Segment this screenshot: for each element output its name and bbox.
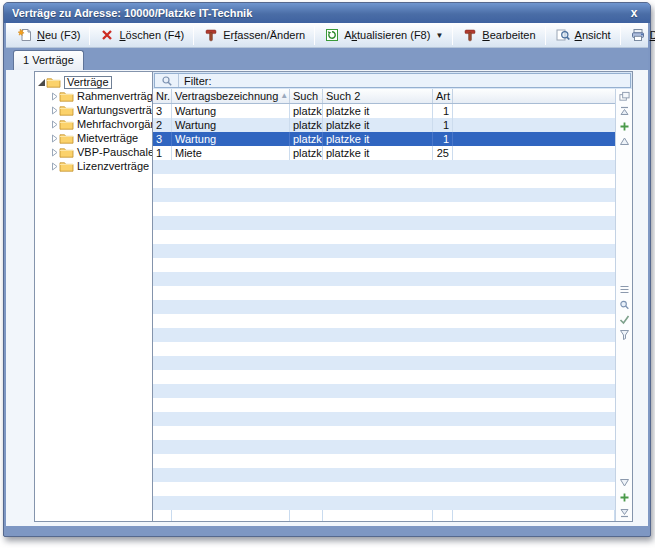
table-row-empty[interactable] (153, 384, 615, 398)
cell-art (433, 230, 453, 244)
cell-such1: platzke it (290, 104, 323, 118)
table-row-empty[interactable] (153, 496, 615, 510)
toolbar-button-ansicht[interactable]: Ansicht (549, 24, 617, 46)
up-icon[interactable] (619, 136, 630, 147)
table-row-empty[interactable] (153, 510, 615, 521)
down-icon[interactable] (619, 477, 630, 488)
go-bottom-icon[interactable] (619, 507, 630, 518)
table-row-empty[interactable] (153, 398, 615, 412)
tree-collapsed-icon[interactable] (49, 148, 59, 157)
cell-art: 1 (433, 118, 453, 132)
tree-item-lizenzvertraege[interactable]: Lizenzverträge (36, 159, 151, 173)
chevron-down-icon[interactable]: ▼ (435, 31, 443, 40)
tree-item-vertraege[interactable]: Verträge (36, 75, 151, 89)
grid-rows: 3Wartungplatzke itplatzke it12Wartungpla… (153, 104, 615, 521)
table-row-empty[interactable] (153, 202, 615, 216)
tree-item-rahmenvertraege-kontrakte[interactable]: Rahmenverträge/Kontrakte (36, 89, 151, 103)
table-row-empty[interactable] (153, 258, 615, 272)
table-row-empty[interactable] (153, 188, 615, 202)
table-row-empty[interactable] (153, 286, 615, 300)
tree-item-vbp-pauschalen[interactable]: VBP-Pauschalen (36, 145, 151, 159)
check-icon[interactable] (619, 314, 630, 325)
toolbar-button-loeschen-f4[interactable]: Löschen (F4) (93, 24, 190, 46)
filter-icon[interactable] (619, 329, 630, 340)
table-row-empty[interactable] (153, 468, 615, 482)
table-row-empty[interactable] (153, 370, 615, 384)
table-row-empty[interactable] (153, 230, 615, 244)
cell-such1 (290, 202, 323, 216)
cell-such2 (323, 510, 433, 521)
table-row[interactable]: 2Wartungplatzke itplatzke it1 (153, 118, 615, 132)
toolbar-button-neu-f3[interactable]: Neu (F3) (11, 24, 86, 46)
table-row-empty[interactable] (153, 160, 615, 174)
column-header-nr[interactable]: Nr. (153, 89, 172, 103)
cell-vertragsbezeichnung (172, 160, 290, 174)
tree-collapsed-icon[interactable] (49, 92, 59, 101)
folder-icon (59, 160, 74, 172)
tree-item-wartungsvertraege[interactable]: Wartungsverträge (36, 103, 151, 117)
table-row-empty[interactable] (153, 482, 615, 496)
toolbar-button-aktualisieren-f8[interactable]: Aktualisieren (F8)▼ (318, 24, 449, 46)
toolbar-button-label: Erfassen/Ändern (223, 29, 305, 41)
tree-collapsed-icon[interactable] (49, 106, 59, 115)
cell-nr (153, 244, 172, 258)
table-row-empty[interactable] (153, 244, 615, 258)
table-row-empty[interactable] (153, 412, 615, 426)
toolbar-button-erfassen-aendern[interactable]: Erfassen/Ändern (197, 24, 311, 46)
table-row-empty[interactable] (153, 174, 615, 188)
cell-filler (453, 272, 615, 286)
tree-collapsed-icon[interactable] (49, 162, 59, 171)
table-row-empty[interactable] (153, 328, 615, 342)
table-row-selected[interactable]: 3Wartungplatzke itplatzke it1 (153, 132, 615, 146)
tree-collapsed-icon[interactable] (49, 120, 59, 129)
cell-vertragsbezeichnung (172, 370, 290, 384)
cell-nr (153, 300, 172, 314)
table-row[interactable]: 1Mieteplatzke itplatzke it25 (153, 146, 615, 160)
cell-nr (153, 272, 172, 286)
tree-expanded-icon[interactable] (36, 78, 46, 87)
cell-such2 (323, 202, 433, 216)
column-header-such-2[interactable]: Such 2 (323, 89, 433, 103)
column-header-art[interactable]: Art (433, 89, 453, 103)
go-top-icon[interactable] (619, 106, 630, 117)
menu-icon[interactable] (619, 284, 630, 295)
search-icon[interactable] (619, 299, 630, 310)
add-icon[interactable] (619, 492, 630, 503)
column-chooser-icon[interactable] (619, 89, 630, 103)
cell-art (433, 216, 453, 230)
tree-item-mehrfachvorgaenge[interactable]: Mehrfachvorgänge (36, 117, 151, 131)
cell-art (433, 160, 453, 174)
toolbar-button-label: Ansicht (575, 29, 611, 41)
column-header-such-1[interactable]: Such 1 (290, 89, 323, 103)
table-row[interactable]: 3Wartungplatzke itplatzke it1 (153, 104, 615, 118)
toolbar-button-label: Bearbeiten (482, 29, 535, 41)
cell-such2 (323, 440, 433, 454)
table-row-empty[interactable] (153, 356, 615, 370)
table-row-empty[interactable] (153, 300, 615, 314)
cell-vertragsbezeichnung (172, 202, 290, 216)
table-row-empty[interactable] (153, 440, 615, 454)
table-row-empty[interactable] (153, 426, 615, 440)
add-icon[interactable] (619, 121, 630, 132)
cell-such2 (323, 174, 433, 188)
tree-item-mietvertraege[interactable]: Mietverträge (36, 131, 151, 145)
table-row-empty[interactable] (153, 216, 615, 230)
cell-filler (453, 188, 615, 202)
close-icon[interactable]: x (626, 5, 642, 21)
table-row-empty[interactable] (153, 454, 615, 468)
toolbar-button-bearbeiten[interactable]: Bearbeiten (456, 24, 541, 46)
table-row-empty[interactable] (153, 272, 615, 286)
column-header-vertragsbezeichnung[interactable]: Vertragsbezeichnung▲ (172, 89, 290, 103)
filter-row[interactable]: Filter: (153, 72, 632, 89)
toolbar-button-label: Neu (F3) (37, 29, 80, 41)
tab-vertraege[interactable]: 1 Verträge (13, 50, 84, 70)
table-row-empty[interactable] (153, 342, 615, 356)
grid-header: Nr.Vertragsbezeichnung▲Such 1Such 2Art (153, 89, 615, 104)
toolbar-button-druckvorschau[interactable]: Druckvorschau (624, 24, 655, 46)
search-icon[interactable] (155, 74, 179, 87)
tree-collapsed-icon[interactable] (49, 134, 59, 143)
cell-nr (153, 258, 172, 272)
cell-art (433, 286, 453, 300)
refresh-icon (324, 27, 340, 43)
table-row-empty[interactable] (153, 314, 615, 328)
